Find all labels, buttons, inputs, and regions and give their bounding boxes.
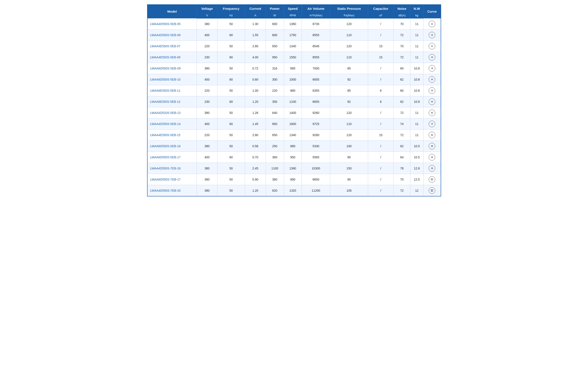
table-cell: LWAA6D550S-5EB-17 [147, 152, 197, 163]
curve-indicator: ⑪ [429, 176, 435, 183]
table-cell: 8730 [302, 19, 330, 30]
table-cell: 950 [284, 152, 302, 163]
table-row: LWAA6E550S-5EB-12230601.2035011006655926… [147, 96, 441, 107]
table-cell: 11 [410, 30, 423, 41]
table-cell: 1.55 [245, 30, 266, 41]
table-cell: / [368, 30, 394, 41]
table-cell: / [368, 74, 394, 85]
table-cell: 1.20 [245, 96, 266, 107]
table-cell: / [368, 107, 394, 118]
table-cell: 15 [368, 41, 394, 52]
table-cell: 4.00 [245, 52, 266, 63]
table-cell: 100 [330, 141, 368, 152]
table-cell: 7000 [302, 63, 330, 74]
table-cell: 6355 [302, 85, 330, 96]
col-header-power: Power [266, 5, 284, 13]
table-cell: 62 [394, 141, 410, 152]
table-cell: ⑦ [423, 118, 441, 130]
table-cell: 72 [394, 30, 410, 41]
table-cell: 50 [217, 41, 245, 52]
curve-indicator: ⑫ [429, 187, 435, 194]
table-cell: 800 [266, 30, 284, 41]
table-cell: 105 [330, 185, 368, 196]
table-cell: 60 [217, 152, 245, 163]
table-cell: 1400 [284, 107, 302, 118]
table-cell: ⑤ [423, 85, 441, 96]
table-cell: 10.8 [410, 85, 423, 96]
table-cell: 110 [330, 118, 368, 130]
table-cell: 1600 [284, 118, 302, 130]
table-cell: 220 [197, 41, 217, 52]
table-cell: 110 [330, 30, 368, 41]
table-cell: 15 [368, 52, 394, 63]
table-row: LWAA6D550S-5EB-09380500.72316895700085/6… [147, 63, 441, 74]
table-cell: 6 [368, 85, 394, 96]
table-cell: 85 [330, 85, 368, 96]
table-cell: 380 [197, 19, 217, 30]
col-header-frequency: Frequency [217, 5, 245, 13]
table-cell: 350 [266, 96, 284, 107]
table-body: LWAA4D550S-5EB-05380501.3060013608730120… [147, 19, 441, 196]
table-cell: 11 [410, 19, 423, 30]
table-cell: 90 [330, 174, 368, 185]
curve-indicator: ④ [429, 98, 435, 105]
table-cell: 1320 [284, 185, 302, 196]
table-cell: 620 [266, 185, 284, 196]
table-cell: 50 [217, 163, 245, 174]
table-cell: 1.20 [245, 185, 266, 196]
table-cell: 70 [394, 19, 410, 30]
table-cell: LWAA6D550S-5EB-10 [147, 74, 197, 85]
table-cell: 92 [330, 96, 368, 107]
table-cell: 5565 [302, 152, 330, 163]
curve-indicator: ③ [429, 65, 435, 72]
table-cell: ⑧ [423, 141, 441, 152]
curve-indicator: ⑩ [429, 165, 435, 172]
table-cell: 360 [266, 152, 284, 163]
table-cell: 2.45 [245, 163, 266, 174]
table-cell: ① [423, 41, 441, 52]
table-cell: 72 [394, 52, 410, 63]
table-cell: 895 [284, 63, 302, 74]
table-cell: 92 [330, 74, 368, 85]
table-cell: 300 [266, 74, 284, 85]
table-cell: 12.5 [410, 174, 423, 185]
table-cell: 0.72 [245, 63, 266, 74]
col-subheader-nw: kg [410, 13, 423, 19]
curve-indicator: ⑤ [429, 87, 435, 94]
col-header-capacitor: Capacitor [368, 5, 394, 13]
table-cell: 12 [410, 185, 423, 196]
table-cell: 1.30 [245, 19, 266, 30]
col-subheader-current: A [245, 13, 266, 19]
col-subheader-speed: RPM [284, 13, 302, 19]
table-cell: 120 [330, 107, 368, 118]
table-cell: / [368, 174, 394, 185]
col-header-current: Current [245, 5, 266, 13]
table-cell: 50 [217, 85, 245, 96]
table-cell: 70 [394, 41, 410, 52]
table-cell: ① [423, 19, 441, 30]
col-subheader-voltage: V [197, 13, 217, 19]
table-cell: 50 [217, 130, 245, 141]
table-cell: 72 [394, 130, 410, 141]
table-cell: ⑩ [423, 163, 441, 174]
table-cell: 1100 [266, 163, 284, 174]
table-row: LWAA6D550S-5EB-16380500.582508805330100/… [147, 141, 441, 152]
table-cell: 50 [217, 141, 245, 152]
table-cell: 50 [217, 19, 245, 30]
table-cell: 11 [410, 118, 423, 130]
table-cell: 60 [217, 74, 245, 85]
table-cell: 1340 [284, 41, 302, 52]
table-cell: 600 [266, 19, 284, 30]
table-cell: 1.26 [245, 107, 266, 118]
table-cell: 110 [330, 52, 368, 63]
main-table-container: Model Voltage Frequency Current Power Sp… [147, 4, 441, 196]
table-cell: 1360 [284, 163, 302, 174]
curve-indicator: ⑨ [429, 154, 435, 160]
table-cell: 8555 [302, 52, 330, 63]
table-cell: 380 [197, 163, 217, 174]
table-cell: 380 [197, 107, 217, 118]
table-cell: 220 [197, 85, 217, 96]
curve-indicator: ⑧ [429, 143, 435, 149]
table-cell: / [368, 185, 394, 196]
table-cell: ⑨ [423, 152, 441, 163]
